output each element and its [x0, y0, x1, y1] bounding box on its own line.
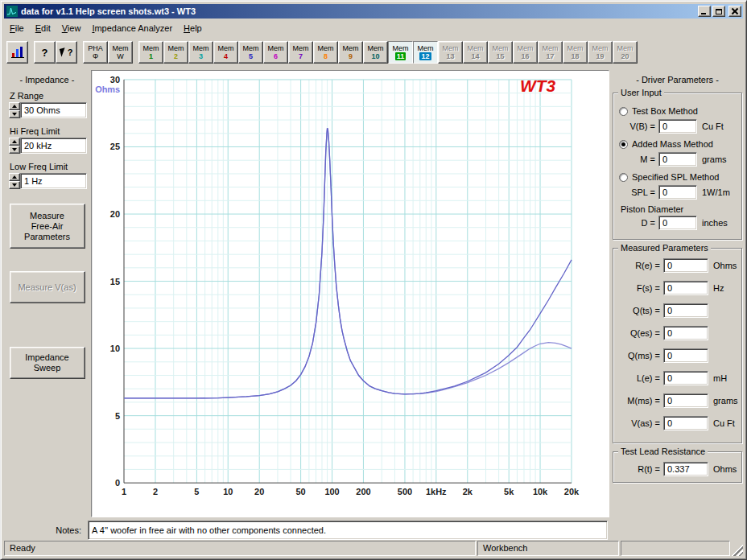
spl-label: SPL =: [617, 187, 655, 197]
mem-9-button[interactable]: Mem9: [338, 41, 363, 64]
q-ts-value-field: 0: [663, 303, 708, 318]
impedance-sweep-button[interactable]: Impedance Sweep: [10, 347, 85, 379]
mem-buttons: Mem1Mem2Mem3Mem4Mem5Mem6Mem7Mem8Mem9Mem1…: [138, 41, 638, 64]
d-label: D =: [617, 218, 655, 228]
mem-12-button[interactable]: Mem12: [413, 41, 438, 64]
m-value-field[interactable]: 0: [658, 152, 697, 167]
spl-value-field[interactable]: 0: [658, 185, 697, 200]
r-e-label: R(e) =: [617, 261, 660, 270]
low-freq-limit-label: Low Freq Limit: [10, 162, 90, 171]
minimize-button[interactable]: [698, 6, 711, 17]
menu-help[interactable]: Help: [178, 21, 208, 35]
minimize-icon: [701, 13, 706, 14]
mem-7-button[interactable]: Mem7: [288, 41, 313, 64]
maximize-button[interactable]: [712, 6, 725, 17]
mem-6-button[interactable]: Mem6: [263, 41, 288, 64]
z-range-value-field[interactable]: 30 Ohms: [20, 102, 87, 118]
mem-18-button: Mem18: [563, 41, 588, 64]
svg-text:15: 15: [110, 277, 120, 286]
close-icon: [732, 8, 738, 14]
radio-test-box-method[interactable]: Test Box Method: [619, 105, 738, 117]
mem-16-button: Mem16: [513, 41, 538, 64]
menu-view[interactable]: View: [56, 21, 87, 35]
v-b-unit: Cu Ft: [702, 121, 724, 131]
radio-icon-test-box-method[interactable]: [619, 107, 628, 116]
m-label: M =: [617, 154, 655, 164]
notes-input[interactable]: A 4'' woofer in free air with no other c…: [88, 521, 608, 540]
radio-label: Specified SPL Method: [632, 172, 719, 182]
context-help-button[interactable]: ?: [56, 41, 77, 64]
app-icon: [6, 6, 18, 17]
mem-8-button[interactable]: Mem8: [313, 41, 338, 64]
hi-freq-down-button[interactable]: [9, 146, 20, 154]
menu-edit[interactable]: Edit: [30, 21, 56, 35]
mem-4-button[interactable]: Mem4: [213, 41, 238, 64]
svg-text:25: 25: [110, 142, 120, 151]
low-freq-value-field[interactable]: 1 Hz: [20, 173, 87, 189]
mem-14-button: Mem14: [463, 41, 488, 64]
close-button[interactable]: [728, 6, 741, 17]
l-e-row: L(e) =0mH: [617, 371, 738, 385]
menu-impedance-analyzer[interactable]: Impedance Analyzer: [86, 21, 178, 35]
mem-11-button[interactable]: Mem11: [388, 41, 413, 64]
svg-text:1: 1: [122, 487, 126, 496]
help-button[interactable]: ?: [34, 41, 56, 64]
v-b-value-field[interactable]: 0: [658, 119, 697, 134]
mem-1-button[interactable]: Mem1: [138, 41, 163, 64]
mem-10-button[interactable]: Mem10: [363, 41, 388, 64]
z-range-down-button[interactable]: [9, 110, 20, 118]
user-input-group: User Input Test Box MethodV(B) =0Cu FtAd…: [613, 93, 742, 240]
svg-text:100: 100: [324, 487, 339, 496]
m-row: M =0grams: [617, 152, 738, 167]
low-freq-up-button[interactable]: [9, 173, 20, 181]
notes-row: Notes: A 4'' woofer in free air with no …: [4, 521, 611, 540]
v-as-unit: Cu Ft: [713, 418, 735, 428]
menu-file[interactable]: File: [4, 21, 30, 35]
mem-2-button[interactable]: Mem2: [163, 41, 188, 64]
v-as-value-field: 0: [663, 416, 708, 430]
mem-5-button[interactable]: Mem5: [238, 41, 263, 64]
app-window: data for v1.1 Help screen shots.wt3 - WT…: [0, 0, 747, 560]
sweep-chart-tool-button[interactable]: [6, 41, 28, 64]
radio-specified-spl-method[interactable]: Specified SPL Method: [619, 171, 738, 183]
driver-parameters-title: - Driver Parameters -: [610, 75, 745, 84]
phase-button[interactable]: PHA Φ: [83, 41, 108, 64]
q-ms-value-field: 0: [663, 348, 708, 363]
question-mark-icon: ?: [68, 47, 73, 58]
hi-freq-up-button[interactable]: [9, 138, 20, 146]
q-ts-label: Q(ts) =: [617, 306, 660, 315]
radio-icon-added-mass-method[interactable]: [619, 140, 628, 149]
svg-text:20: 20: [254, 487, 264, 496]
radio-label: Added Mass Method: [632, 139, 713, 149]
piston-diameter-label: Piston Diameter: [621, 204, 738, 214]
l-e-label: L(e) =: [617, 373, 660, 383]
radio-icon-specified-spl-method[interactable]: [619, 173, 628, 182]
low-freq-down-button[interactable]: [9, 181, 20, 189]
v-b-row: V(B) =0Cu Ft: [617, 119, 738, 134]
svg-text:10: 10: [110, 344, 120, 353]
hi-freq-value-field[interactable]: 20 kHz: [20, 138, 87, 154]
r-t-value-field[interactable]: 0.337: [663, 462, 708, 476]
status-message: Ready: [4, 541, 476, 556]
mem-3-button[interactable]: Mem3: [188, 41, 213, 64]
svg-text:500: 500: [398, 487, 412, 496]
title-bar[interactable]: data for v1.1 Help screen shots.wt3 - WT…: [4, 4, 743, 19]
impedance-panel-title: - Impedance -: [4, 75, 90, 84]
svg-text:Ohms: Ohms: [95, 84, 120, 94]
z-range-up-button[interactable]: [9, 102, 20, 110]
r-t-unit: Ohms: [713, 464, 737, 474]
r-t-row: R(t) = 0.337 Ohms: [617, 462, 738, 476]
mem-13-button: Mem13: [438, 41, 463, 64]
menu-bar: FileEditViewImpedance AnalyzerHelp: [4, 20, 743, 35]
question-mark-icon: ?: [42, 47, 48, 58]
radio-added-mass-method[interactable]: Added Mass Method: [619, 138, 738, 150]
q-es-row: Q(es) =0: [617, 326, 738, 340]
bar-chart-icon: [10, 46, 25, 59]
resize-grip-icon[interactable]: [732, 541, 743, 556]
v-b-label: V(B) =: [617, 121, 655, 131]
mem-w-button[interactable]: Mem W: [108, 41, 133, 64]
measure-free-air-button[interactable]: Measure Free-Air Parameters: [10, 204, 85, 249]
d-value-field[interactable]: 0: [658, 216, 697, 230]
impedance-chart: 051015202530Ohms1251020501002005001kHz2k…: [91, 70, 609, 517]
q-es-label: Q(es) =: [617, 328, 660, 338]
